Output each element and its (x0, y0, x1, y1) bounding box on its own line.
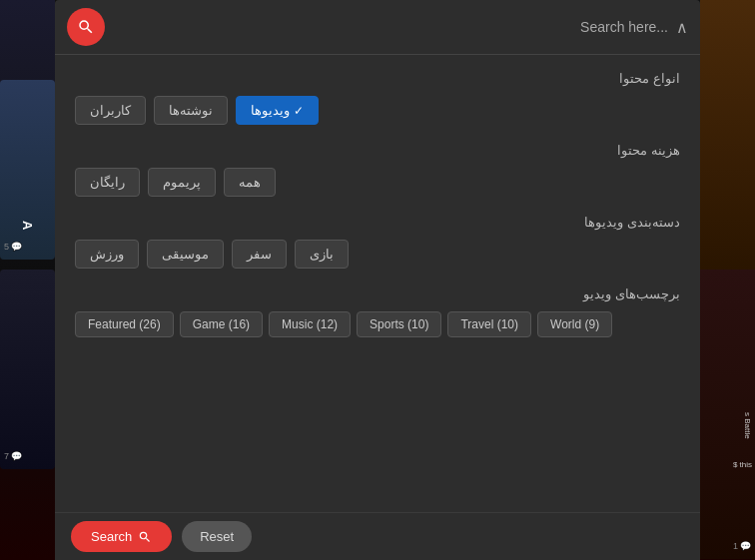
content-cost-title: هزینه محتوا (75, 143, 680, 158)
chevron-up-icon[interactable]: ∧ (676, 18, 688, 37)
tag-travel[interactable]: Travel (10) (447, 311, 531, 337)
battle-text: s Battle (743, 412, 752, 439)
btn-posts[interactable]: نوشته‌ها (154, 96, 228, 125)
btn-music[interactable]: موسیقی (147, 240, 224, 269)
right-background: s Battle this $ 💬 1 (700, 0, 755, 560)
left-card-1-badge: 💬 5 💬 5 (4, 242, 22, 252)
video-category-buttons: بازی سفر موسیقی ورزش (75, 240, 680, 269)
content-type-buttons: ✓ ویدیوها نوشته‌ها کاربران (75, 96, 680, 125)
panel-footer: Search Reset (55, 512, 700, 560)
tag-game[interactable]: Game (16) (180, 311, 263, 337)
search-icon-button[interactable] (67, 8, 105, 46)
right-card-2: s Battle this $ 💬 1 (700, 270, 755, 559)
left-card-2-badge: 💬 7 (4, 451, 22, 461)
tag-world[interactable]: World (9) (537, 311, 612, 337)
search-submit-icon (138, 530, 152, 544)
btn-game[interactable]: بازی (295, 240, 349, 269)
video-category-title: دسته‌بندی ویدیوها (75, 215, 680, 230)
btn-users[interactable]: کاربران (75, 96, 146, 125)
check-icon: ✓ (294, 104, 304, 118)
tag-music[interactable]: Music (12) (269, 311, 351, 337)
content-type-section: انواع محتوا ✓ ویدیوها نوشته‌ها کاربران (75, 71, 680, 125)
btn-all[interactable]: همه (224, 168, 276, 197)
content-cost-buttons: همه پریموم رایگان (75, 168, 680, 197)
btn-free[interactable]: رایگان (75, 168, 140, 197)
tag-sports[interactable]: Sports (10) (357, 311, 441, 337)
comment-icon-3: 💬 (740, 541, 751, 551)
comment-icon-2: 💬 (11, 451, 22, 461)
video-category-section: دسته‌بندی ویدیوها بازی سفر موسیقی ورزش (75, 215, 680, 269)
search-header: Search here... ∧ (55, 0, 700, 55)
tag-row: World (9) Travel (10) Sports (10) Music … (75, 311, 680, 337)
btn-travel[interactable]: سفر (232, 240, 287, 269)
btn-videos[interactable]: ✓ ویدیوها (236, 96, 319, 125)
search-submit-button[interactable]: Search (71, 521, 172, 552)
video-tags-title: برچسب‌های ویدیو (75, 286, 680, 301)
comment-icon-1: 💬 (11, 242, 22, 252)
right-card-badge: 💬 1 (733, 541, 751, 551)
content-cost-section: هزینه محتوا همه پریموم رایگان (75, 143, 680, 197)
btn-premium[interactable]: پریموم (148, 168, 216, 197)
left-card-1: A 💬 5 💬 5 (0, 80, 55, 260)
search-panel: Search here... ∧ انواع محتوا ✓ ویدیوها ن… (55, 0, 700, 560)
search-icon (77, 18, 95, 36)
this-s-text: this $ (733, 460, 752, 469)
tag-featured[interactable]: Featured (26) (75, 311, 174, 337)
content-type-title: انواع محتوا (75, 71, 680, 86)
right-card-1 (700, 0, 755, 270)
panel-content: انواع محتوا ✓ ویدیوها نوشته‌ها کاربران ه… (55, 55, 700, 371)
video-tags-section: برچسب‌های ویدیو World (9) Travel (10) Sp… (75, 286, 680, 337)
search-placeholder: Search here... (580, 19, 668, 35)
search-right: Search here... ∧ (580, 18, 688, 37)
left-card-2: 💬 7 (0, 270, 55, 469)
left-background: A 💬 5 💬 5 💬 7 (0, 0, 55, 560)
reset-button[interactable]: Reset (182, 521, 252, 552)
btn-sport[interactable]: ورزش (75, 240, 139, 269)
left-card-1-letter: A (20, 221, 35, 230)
